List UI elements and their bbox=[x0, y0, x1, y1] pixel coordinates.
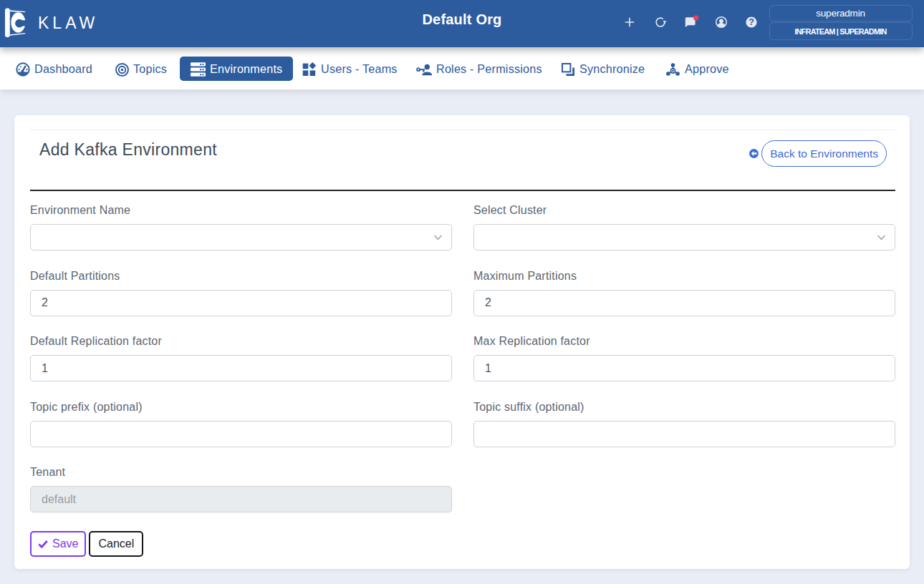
svg-text:?: ? bbox=[749, 17, 754, 27]
